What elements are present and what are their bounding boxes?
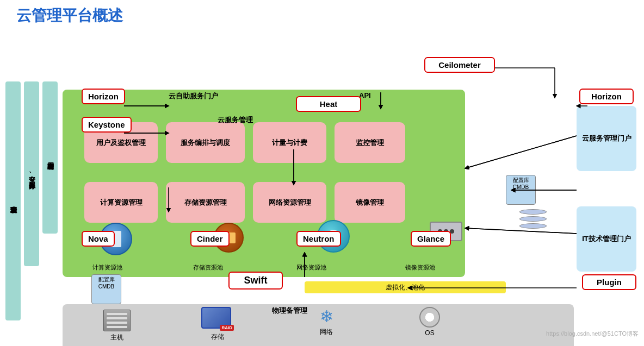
- cmdb-bottom: 配置库CMDB: [91, 274, 121, 304]
- diagram: 治理和遵从管理 安全、服务保障 应用生命周期管理 云自助服务门户 API 云服务…: [0, 27, 644, 342]
- image-mgmt-box: 镜像管理: [335, 182, 405, 223]
- horizon-right-box[interactable]: Horizon: [579, 89, 634, 104]
- image-pool-label: 镜像资源池: [405, 263, 435, 272]
- svg-line-9: [465, 136, 577, 168]
- host-item: 主机: [95, 310, 139, 342]
- cloud-service-label: 云服务管理: [218, 115, 253, 125]
- self-service-label: 云自助服务门户: [169, 91, 218, 101]
- svg-line-12: [465, 228, 577, 234]
- network-mgmt-box: 网络资源管理: [253, 182, 326, 223]
- network-pool-label: 网络资源池: [296, 263, 326, 272]
- metering-box: 计量与计费: [253, 122, 326, 163]
- network-item: ❄ 网络: [305, 307, 348, 337]
- os-item: OS: [408, 307, 451, 337]
- horizon-left-box[interactable]: Horizon: [82, 89, 125, 104]
- neutron-box[interactable]: Neutron: [296, 231, 341, 247]
- watermark: https://blog.csdn.net/@51CTO博客: [546, 330, 639, 338]
- it-management-portal-panel: IT技术管理门户: [577, 206, 636, 272]
- left-bar-lifecycle: 应用生命周期管理: [42, 81, 58, 234]
- cmdb-right: 配置库CMDB: [506, 175, 536, 205]
- compute-pool-label: 计算资源池: [92, 263, 122, 272]
- svg-line-11: [465, 228, 577, 234]
- service-orchestration-box: 服务编排与调度: [166, 122, 245, 163]
- swift-box[interactable]: Swift: [228, 272, 283, 290]
- storage-pool-label: 存储资源池: [193, 263, 223, 272]
- plugin-box[interactable]: Plugin: [582, 274, 636, 290]
- monitoring-box: 监控管理: [335, 122, 405, 163]
- heat-box[interactable]: Heat: [296, 96, 361, 112]
- glance-box[interactable]: Glance: [411, 231, 451, 247]
- physical-area-label: 物理备管理: [272, 306, 307, 316]
- virt-band: 虚拟化、池化: [305, 281, 506, 293]
- cloud-service-portal-panel: 云服务管理门户: [577, 106, 636, 171]
- nova-box[interactable]: Nova: [82, 231, 115, 247]
- left-bar-security: 安全、服务保障: [24, 81, 39, 266]
- ceilometer-box[interactable]: Ceilometer: [424, 57, 495, 73]
- page-title: 云管理平台概述: [16, 5, 123, 26]
- svg-line-10: [465, 136, 577, 168]
- left-bar-governance: 治理和遵从管理: [5, 81, 21, 320]
- keystone-box[interactable]: Keystone: [82, 117, 132, 133]
- storage-mgmt-box: 存储资源管理: [166, 182, 245, 223]
- cinder-box[interactable]: Cinder: [190, 231, 230, 247]
- compute-mgmt-box: 计算资源管理: [84, 182, 158, 223]
- storage-item: RAID 存储: [190, 307, 245, 342]
